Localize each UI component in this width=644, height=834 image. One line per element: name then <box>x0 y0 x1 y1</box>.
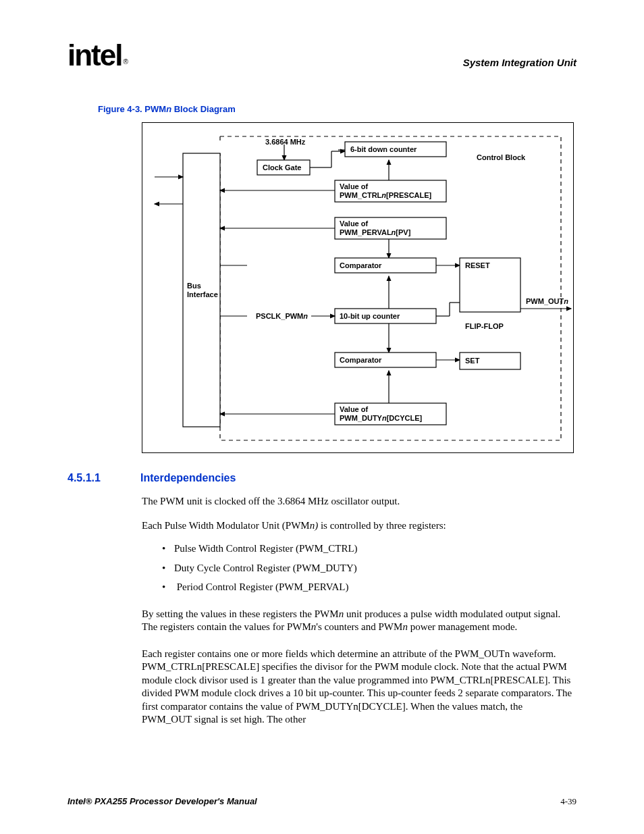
paragraph-1: The PWM unit is clocked off the 3.6864 M… <box>142 495 574 509</box>
section-number: 4.5.1.1 <box>68 472 122 484</box>
label-perval: Value of PWM_PERVALn[PV] <box>340 219 410 237</box>
label-clock-freq: 3.6864 MHz <box>265 138 305 147</box>
label-prescale: Value of PWM_CTRLn[PRESCALE] <box>340 182 431 200</box>
intel-logo: intel® <box>68 41 126 70</box>
list-item: Period Control Register (PWM_PERVAL) <box>162 577 567 597</box>
page-number: 4-39 <box>560 796 576 807</box>
footer-title: Intel® PXA255 Processor Developer's Manu… <box>68 796 257 807</box>
list-item: Duty Cycle Control Register (PWM_DUTY) <box>162 558 567 578</box>
page-header-title: System Integration Unit <box>463 57 576 68</box>
label-control-block: Control Block <box>477 153 525 162</box>
list-item: Pulse Width Control Register (PWM_CTRL) <box>162 539 567 558</box>
label-clock-gate: Clock Gate <box>263 163 301 172</box>
label-flipflop: FLIP-FLOP <box>465 322 504 331</box>
label-reset: RESET <box>465 261 490 270</box>
paragraph-4: Each register contains one or more field… <box>142 648 574 727</box>
paragraph-2: Each Pulse Width Modulator Unit (PWMn) i… <box>142 519 574 533</box>
label-psclk: PSCLK_PWMn <box>256 312 308 321</box>
label-comparator-1: Comparator <box>340 261 381 270</box>
label-up-counter: 10-bit up counter <box>340 312 400 321</box>
label-comparator-2: Comparator <box>340 356 381 365</box>
block-diagram: 3.6864 MHz Clock Gate 6-bit down counter… <box>142 122 574 453</box>
label-pwm-out: PWM_OUTn <box>526 297 568 306</box>
label-set: SET <box>465 357 479 365</box>
label-duty: Value of PWM_DUTYn[DCYCLE] <box>340 405 422 423</box>
label-bus-interface: BusInterface <box>187 282 217 299</box>
register-list: Pulse Width Control Register (PWM_CTRL) … <box>162 539 567 597</box>
section-title: Interdependencies <box>140 472 236 484</box>
paragraph-3: By setting the values in these registers… <box>142 608 574 634</box>
label-down-counter: 6-bit down counter <box>350 145 417 154</box>
figure-caption: Figure 4-3. PWMn Block Diagram <box>98 104 576 114</box>
